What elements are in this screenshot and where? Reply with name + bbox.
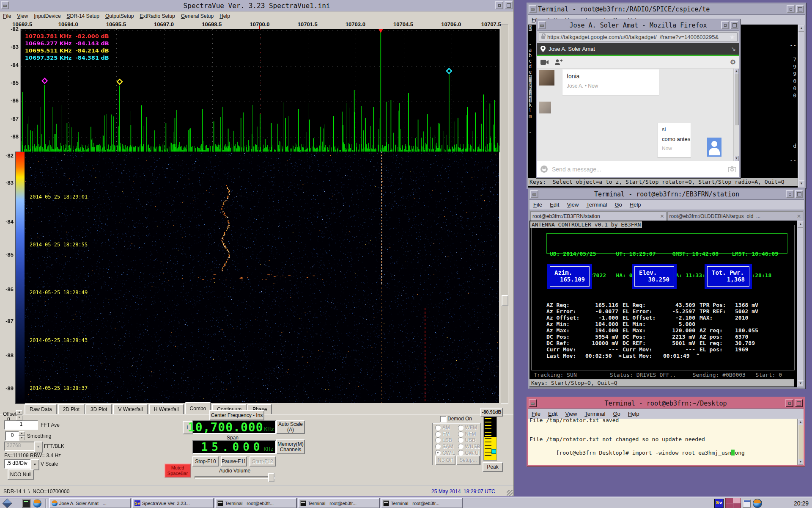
view-tab[interactable]: 3D Plot	[85, 404, 112, 414]
demod-mode-option[interactable]: CW-U	[458, 450, 481, 456]
smoothing-down-icon[interactable]: ▼	[19, 436, 25, 440]
terminal-tab[interactable]: root@eb3frn:/OLDDEBIAN/argus_old_... ✕	[667, 211, 804, 221]
view-tab[interactable]: H Waterfall	[149, 404, 184, 414]
minimize-icon[interactable]	[495, 1, 503, 9]
scroll-up-icon[interactable]: ▲	[798, 25, 804, 32]
add-person-icon[interactable]	[554, 59, 562, 65]
desktop-terminal-screen[interactable]: File /tmp/rotator.txt saved File /tmp/ro…	[528, 419, 798, 465]
vscale-select[interactable]: .5 dB/Div	[4, 459, 34, 469]
gear-icon[interactable]: ⚙	[730, 58, 736, 66]
fft-blk-dropdown-icon[interactable]: ▼	[34, 442, 43, 453]
smoothing-up-icon[interactable]: ▲	[19, 431, 25, 436]
demod-mode-option[interactable]: LSB	[435, 437, 458, 444]
close-icon[interactable]: ✕	[797, 213, 801, 219]
url-bar[interactable]: https://talkgadget.google.com/u/0/talkga…	[539, 32, 738, 42]
offset-down-icon[interactable]: ▼	[16, 416, 22, 420]
offset-up-icon[interactable]: ▲	[16, 410, 22, 415]
window-menu-icon[interactable]	[529, 5, 537, 13]
menu-item[interactable]: InputDevice	[31, 13, 63, 19]
vscale-dropdown-icon[interactable]: ▼	[30, 459, 39, 470]
scroll-up-icon[interactable]: ▲	[798, 221, 804, 228]
station-terminal-titlebar[interactable]: Terminal - root@eb3frn:/EB3FRN/station	[529, 189, 804, 200]
menu-item[interactable]: ExtRadio Setup	[137, 13, 178, 19]
menu-item[interactable]: Help	[626, 202, 645, 208]
menu-item[interactable]: View	[14, 13, 31, 19]
scrollbar-thumb[interactable]	[798, 228, 804, 380]
view-tab[interactable]: Raw Data	[25, 404, 57, 414]
maximize-icon[interactable]	[796, 5, 804, 13]
level-meter-marker[interactable]	[491, 449, 496, 454]
desktop-terminal-scrollbar[interactable]: ▲ ▼	[797, 419, 804, 465]
minimize-icon[interactable]	[787, 5, 795, 13]
antenna-controller-screen[interactable]: ANTENNA CONTROLLER v0.1 by EB3FRN UD: 20…	[529, 221, 797, 387]
firefox-titlebar[interactable]: Jose A. Soler Amat - Mozilla Firefox	[537, 20, 739, 31]
pause-button[interactable]: Pause-F11	[221, 456, 247, 467]
demod-mode-option[interactable]: USB	[458, 437, 481, 444]
demod-mode-option[interactable]: SAM	[435, 443, 458, 450]
memory-channels-button[interactable]: Memory(M) Channels	[276, 439, 305, 454]
firefox-launcher-icon[interactable]	[33, 499, 41, 508]
start-button[interactable]: Start-F12	[250, 456, 276, 467]
fft-blk-select[interactable]: 32768	[4, 442, 37, 451]
taskbar-window-button[interactable]: Terminal - root@eb3fr...	[215, 498, 297, 508]
window-tray-icon[interactable]	[743, 499, 751, 508]
taskbar-window-button[interactable]: Terminal - root@eb3fr...	[298, 498, 380, 508]
offset-stepper[interactable]: ▲ ▼	[16, 410, 22, 420]
terminal-tab[interactable]: root@eb3frn:/EB3FRN/station ✕	[530, 211, 667, 221]
demod-mode-option[interactable]: AM	[435, 425, 458, 431]
menu-item[interactable]: General Setup	[178, 13, 217, 19]
scroll-down-icon[interactable]: ▼	[798, 180, 804, 187]
audio-volume-slider[interactable]	[195, 476, 275, 479]
emoji-icon[interactable]	[540, 166, 548, 173]
smoothing-stepper[interactable]: ▲ ▼	[19, 431, 25, 440]
menu-item[interactable]: Go	[611, 202, 625, 208]
scrollbar-thumb[interactable]	[798, 32, 804, 180]
taskbar-window-button[interactable]: Terminal - root@eb3fr...	[381, 498, 463, 508]
menu-item[interactable]: Help	[217, 13, 233, 19]
demod-on-checkbox[interactable]	[440, 416, 447, 422]
terminal-launcher-icon[interactable]	[22, 499, 30, 508]
setup-button[interactable]: Setup...	[456, 456, 480, 465]
audio-volume-handle[interactable]	[268, 473, 274, 482]
waterfall-plot[interactable]: 2014-05-25 18:29:012014-05-25 18:28:5520…	[25, 152, 499, 403]
menu-item[interactable]: Terminal	[582, 202, 611, 208]
menu-item[interactable]: View	[563, 202, 582, 208]
view-tab[interactable]: 2D Plot	[58, 404, 85, 414]
close-icon[interactable]: ✕	[660, 213, 664, 219]
maximize-icon[interactable]	[505, 1, 513, 9]
minimize-icon[interactable]	[785, 399, 793, 407]
spectravue-titlebar[interactable]: SpectraVue Ver. 3.23 SpectraVue1.ini	[0, 0, 513, 11]
nb-off-button[interactable]: NB Off	[435, 456, 455, 465]
taskbar-window-button[interactable]: Jose A. Soler Amat - ...	[49, 498, 131, 508]
demod-mode-option[interactable]: NFM	[458, 431, 481, 437]
camera-icon[interactable]	[728, 166, 736, 172]
chat-scrollbar[interactable]: ▲ ▼	[733, 69, 739, 161]
scroll-down-icon[interactable]: ▼	[798, 380, 804, 387]
demod-mode-option[interactable]: WFM	[458, 425, 481, 431]
scroll-down-icon[interactable]: ▼	[798, 459, 803, 465]
menu-item[interactable]: OutputSetup	[102, 13, 137, 19]
resize-grip[interactable]	[507, 490, 513, 496]
spice-terminal-titlebar[interactable]: Terminal - root@eb3frn:/RADIO/SPICE/cspi…	[528, 4, 805, 15]
menu-item[interactable]: File	[529, 202, 546, 208]
maximize-icon[interactable]	[795, 190, 803, 198]
bookmark-star-icon[interactable]: ★	[730, 33, 735, 41]
view-tab[interactable]: V Waterfall	[113, 404, 148, 414]
mute-button[interactable]: Muted SpaceBar	[165, 464, 191, 478]
message-input[interactable]: Send a message...	[552, 166, 601, 173]
demod-mode-option[interactable]: WUSB	[458, 443, 481, 450]
scrollbar-thumb[interactable]	[798, 425, 803, 459]
menu-item[interactable]: File	[0, 13, 14, 19]
demod-mode-option[interactable]: CW-L	[435, 450, 458, 456]
workspace-pager[interactable]	[725, 498, 741, 508]
fft-ave-input[interactable]: 1	[4, 420, 38, 430]
scrollbar-thumb[interactable]	[734, 74, 739, 125]
scrollbar-thumb[interactable]	[502, 295, 508, 306]
minimize-icon[interactable]	[721, 21, 729, 29]
span-display[interactable]: 15.000 KHz	[192, 440, 276, 454]
menu-item[interactable]: SDR-14 Setup	[64, 13, 102, 19]
maximize-icon[interactable]	[730, 21, 738, 29]
maximize-icon[interactable]	[795, 399, 803, 407]
demod-mode-option[interactable]: FM	[435, 431, 458, 437]
window-menu-icon[interactable]	[530, 190, 538, 198]
